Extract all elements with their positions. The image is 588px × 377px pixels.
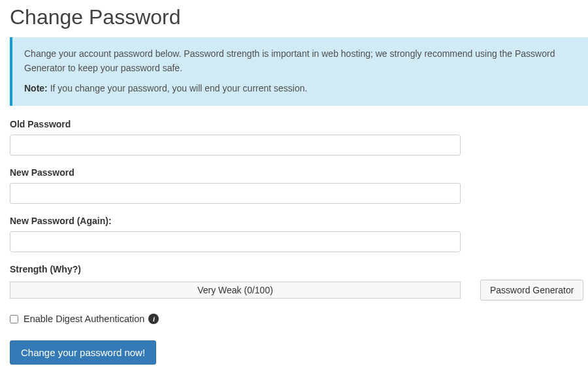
note-label: Note: (24, 83, 48, 93)
alert-text-1: Change your account password below. Pass… (24, 47, 576, 75)
strength-meter: Very Weak (0/100) (10, 282, 461, 299)
new-password-again-group: New Password (Again): (10, 216, 588, 252)
alert-note: Note: If you change your password, you w… (24, 82, 576, 96)
new-password-again-label: New Password (Again): (10, 216, 588, 226)
strength-label-suffix: ) (78, 264, 81, 274)
digest-auth-row: Enable Digest Authentication i (10, 314, 588, 324)
new-password-group: New Password (10, 167, 588, 204)
strength-why-link[interactable]: Why? (53, 264, 78, 274)
info-alert: Change your account password below. Pass… (10, 37, 588, 106)
new-password-label: New Password (10, 167, 588, 178)
new-password-input[interactable] (10, 183, 461, 204)
old-password-input[interactable] (10, 135, 461, 156)
info-icon[interactable]: i (148, 314, 159, 324)
old-password-group: Old Password (10, 119, 588, 156)
submit-button[interactable]: Change your password now! (10, 340, 156, 365)
old-password-label: Old Password (10, 119, 588, 129)
new-password-again-input[interactable] (10, 231, 461, 252)
password-form: Old Password New Password New Password (… (10, 119, 588, 377)
note-text: If you change your password, you will en… (48, 83, 308, 93)
strength-label: Strength (Why?) (10, 264, 588, 274)
strength-group: Strength (Why?) Very Weak (0/100) Passwo… (10, 264, 588, 301)
digest-auth-label: Enable Digest Authentication (24, 314, 144, 324)
password-generator-button[interactable]: Password Generator (480, 280, 583, 301)
digest-auth-checkbox[interactable] (10, 315, 18, 323)
page-title: Change Password (10, 0, 588, 37)
strength-label-prefix: Strength ( (10, 264, 53, 274)
